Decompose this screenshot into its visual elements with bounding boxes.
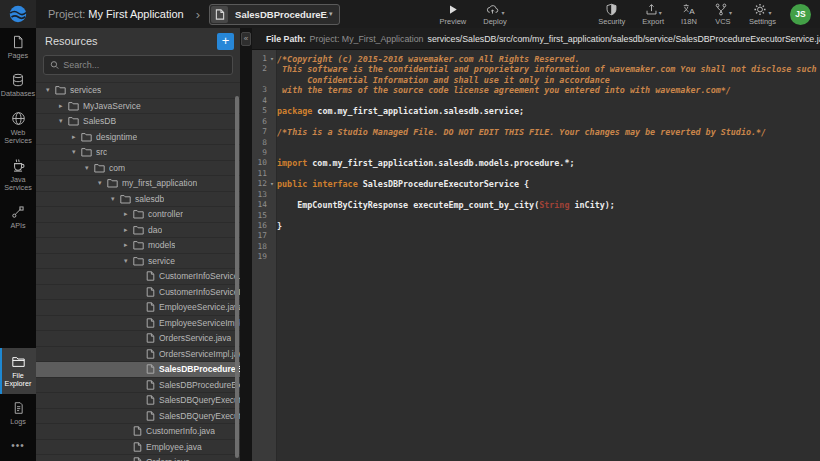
tab-dropdown-caret-icon[interactable]: ▾ [328, 10, 339, 18]
caret-right-icon[interactable]: ▸ [124, 210, 133, 218]
file-icon [146, 318, 155, 328]
fold-marker-icon[interactable]: ▾ [267, 179, 277, 189]
tree-item-customerinfoserviceimpl-java[interactable]: CustomerInfoServiceImpl.java [36, 285, 240, 301]
code-line-10[interactable]: 10import com.my_first_application.salesd… [252, 158, 820, 168]
tree-item-salesdbprocedureexecutorservice-java[interactable]: SalesDBProcedureExecutorService.java [36, 362, 240, 378]
code-line-12[interactable]: 12▾public interface SalesDBProcedureExec… [252, 179, 820, 189]
tree-item-customerinfoservice-java[interactable]: CustomerInfoService.java [36, 269, 240, 285]
fold-marker-icon[interactable]: ▾ [267, 54, 277, 64]
code-line-4[interactable]: 4 [252, 96, 820, 106]
code-line-1[interactable]: 1▾/*Copyright (c) 2015-2016 wavemaker.co… [252, 54, 820, 64]
tree-item-ordersserviceimpl-java[interactable]: OrdersServiceImpl.java [36, 347, 240, 363]
tree-scrollbar[interactable] [235, 96, 239, 458]
tree-item-designtime[interactable]: ▸designtime [36, 130, 240, 146]
settings-button[interactable]: ▾ Settings [749, 3, 776, 25]
code-text: public interface SalesDBProcedureExecuto… [277, 179, 820, 189]
code-line-15[interactable]: 15 [252, 211, 820, 221]
tree-item-customerinfo-java[interactable]: CustomerInfo.java [36, 424, 240, 440]
sidebar-item-web-services[interactable]: Web Services [0, 104, 36, 151]
wavemaker-logo-icon [8, 4, 28, 24]
caret-right-icon[interactable]: ▸ [59, 102, 68, 110]
folder-icon [133, 240, 144, 250]
tree-item-com[interactable]: ▾com [36, 161, 240, 177]
tree-item-my-first-application[interactable]: ▾my_first_application [36, 176, 240, 192]
resource-search[interactable] [43, 55, 233, 75]
caret-down-icon[interactable]: ▾ [111, 195, 120, 203]
caret-down-icon[interactable]: ▾ [85, 164, 94, 172]
sidebar-item-file-explorer[interactable]: File Explorer [0, 348, 36, 394]
caret-down-icon[interactable]: ▾ [59, 117, 68, 125]
tree-item-orders-java[interactable]: Orders.java [36, 455, 240, 461]
tree-item-myjavaservice[interactable]: ▸MyJavaService [36, 99, 240, 115]
file-icon [146, 271, 155, 281]
tree-item-dao[interactable]: ▸dao [36, 223, 240, 239]
line-number: 18 [252, 242, 267, 252]
tree-item-controller[interactable]: ▸controller [36, 207, 240, 223]
caret-down-icon[interactable]: ▾ [124, 257, 133, 265]
code-line-wrap[interactable]: Confidential Information and shall use i… [252, 75, 820, 85]
caret-down-icon[interactable]: ▾ [46, 86, 55, 94]
code-line-9[interactable]: 9 [252, 148, 820, 158]
tree-item-salesdbqueryexecutorservice-java[interactable]: SalesDBQueryExecutorService.java [36, 393, 240, 409]
tree-item-salesdbprocedureexecutorserviceimpl-java[interactable]: SalesDBProcedureExecutorServiceImpl.java [36, 378, 240, 394]
collapse-panel-button[interactable]: « [241, 32, 251, 46]
code-line-19[interactable]: 19 [252, 252, 820, 262]
vcs-button[interactable]: ▾ VCS [714, 3, 732, 25]
code-line-6[interactable]: 6 [252, 117, 820, 127]
code-line-3[interactable]: 3 with the terms of the source code lice… [252, 85, 820, 95]
tree-item-ordersservice-java[interactable]: OrdersService.java [36, 331, 240, 347]
add-resource-button[interactable]: + [217, 33, 234, 50]
caret-down-icon[interactable]: ▾ [98, 179, 107, 187]
token-pl: com.my_first_application.salesdb.models.… [307, 158, 574, 168]
code-text [277, 242, 820, 252]
code-editor[interactable]: 1▾/*Copyright (c) 2015-2016 wavemaker.co… [252, 50, 820, 461]
tree-item-employeeservice-java[interactable]: EmployeeService.java [36, 300, 240, 316]
i18n-button[interactable]: A I18N [681, 3, 697, 25]
line-number: 10 [252, 158, 267, 168]
open-file-tab[interactable]: SalesDBProcedureE... ▾ [209, 4, 340, 25]
code-line-2[interactable]: 2 This software is the confidential and … [252, 64, 820, 74]
caret-right-icon[interactable]: ▸ [72, 133, 81, 141]
line-number: 11 [252, 169, 267, 179]
code-line-18[interactable]: 18 [252, 242, 820, 252]
file-icon [133, 442, 142, 452]
preview-button[interactable]: Preview [440, 3, 467, 25]
user-avatar[interactable]: JS [790, 4, 811, 25]
fold-spacer [267, 64, 277, 74]
search-input[interactable] [63, 60, 226, 70]
deploy-button[interactable]: ▾ Deploy [483, 3, 506, 25]
security-button[interactable]: Security [598, 3, 625, 25]
line-number: 9 [252, 148, 267, 158]
code-text [277, 211, 820, 221]
tree-item-service[interactable]: ▾service [36, 254, 240, 270]
sidebar-item-apis[interactable]: APIs [0, 198, 36, 236]
code-line-11[interactable]: 11 [252, 169, 820, 179]
code-line-17[interactable]: 17 [252, 231, 820, 241]
tree-item-employeeserviceimpl-java[interactable]: EmployeeServiceImpl.java [36, 316, 240, 332]
sidebar-item-java-services[interactable]: Java Services [0, 151, 36, 198]
sidebar-more-button[interactable]: ••• [0, 432, 36, 461]
code-line-5[interactable]: 5package com.my_first_application.salesd… [252, 106, 820, 116]
sidebar-item-logs[interactable]: Logs [0, 394, 36, 432]
tree-item-salesdbqueryexecutorserviceimpl-java[interactable]: SalesDBQueryExecutorServiceImpl.java [36, 409, 240, 425]
caret-right-icon[interactable]: ▸ [124, 226, 133, 234]
tree-item-salesdb[interactable]: ▾SalesDB [36, 114, 240, 130]
code-line-16[interactable]: 16} [252, 221, 820, 231]
tree-item-label: com [109, 163, 125, 173]
code-line-7[interactable]: 7/*This is a Studio Managed File. DO NOT… [252, 127, 820, 137]
tree-item-employee-java[interactable]: Employee.java [36, 440, 240, 456]
export-button[interactable]: ▾ Export [642, 3, 664, 25]
wavemaker-logo[interactable] [0, 0, 36, 28]
code-line-8[interactable]: 8 [252, 138, 820, 148]
token-pl: SalesDBProcedureExecutorService { [358, 179, 529, 189]
tree-item-salesdb[interactable]: ▾salesdb [36, 192, 240, 208]
tree-item-models[interactable]: ▸models [36, 238, 240, 254]
caret-right-icon[interactable]: ▸ [124, 241, 133, 249]
tree-item-src[interactable]: ▾src [36, 145, 240, 161]
code-line-14[interactable]: 14 EmpCountByCityResponse executeEmp_cou… [252, 200, 820, 210]
tree-item-services[interactable]: ▾services [36, 83, 240, 99]
caret-down-icon[interactable]: ▾ [72, 148, 81, 156]
sidebar-item-databases[interactable]: Databases [0, 66, 36, 104]
sidebar-item-pages[interactable]: Pages [0, 28, 36, 66]
code-line-13[interactable]: 13 [252, 190, 820, 200]
